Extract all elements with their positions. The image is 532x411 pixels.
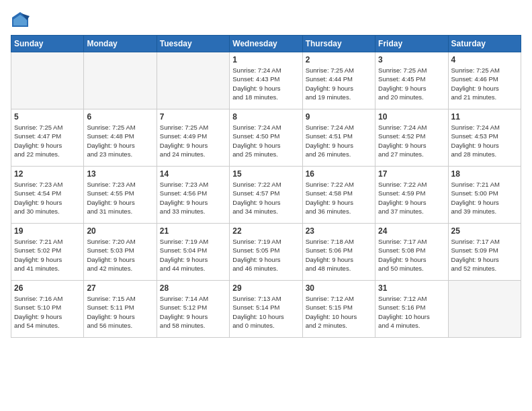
day-number: 13: [87, 169, 153, 179]
day-number: 30: [306, 283, 372, 293]
calendar-cell: 1Sunrise: 7:24 AM Sunset: 4:43 PM Daylig…: [230, 52, 302, 109]
day-number: 18: [451, 169, 518, 179]
cell-info: Sunrise: 7:24 AM Sunset: 4:51 PM Dayligh…: [306, 123, 372, 158]
calendar-cell: 5Sunrise: 7:25 AM Sunset: 4:47 PM Daylig…: [11, 109, 84, 167]
day-number: 19: [14, 226, 81, 236]
cell-info: Sunrise: 7:22 AM Sunset: 4:57 PM Dayligh…: [232, 180, 299, 216]
cell-info: Sunrise: 7:24 AM Sunset: 4:43 PM Dayligh…: [232, 66, 299, 101]
weekday-header-monday: Monday: [84, 36, 157, 52]
logo-icon: [11, 11, 30, 30]
day-number: 25: [451, 226, 518, 236]
day-number: 28: [160, 283, 226, 293]
weekday-header-sunday: Sunday: [11, 36, 84, 52]
day-number: 2: [306, 55, 372, 64]
day-number: 29: [232, 283, 299, 293]
day-number: 9: [306, 112, 372, 122]
cell-info: Sunrise: 7:25 AM Sunset: 4:49 PM Dayligh…: [160, 123, 226, 158]
calendar-cell: 30Sunrise: 7:12 AM Sunset: 5:15 PM Dayli…: [302, 281, 375, 338]
calendar-cell: [11, 52, 84, 109]
calendar-cell: 26Sunrise: 7:16 AM Sunset: 5:10 PM Dayli…: [11, 281, 84, 338]
cell-info: Sunrise: 7:12 AM Sunset: 5:15 PM Dayligh…: [306, 294, 372, 330]
cell-info: Sunrise: 7:18 AM Sunset: 5:06 PM Dayligh…: [306, 237, 372, 273]
cell-info: Sunrise: 7:16 AM Sunset: 5:10 PM Dayligh…: [14, 294, 81, 330]
day-number: 15: [232, 169, 299, 179]
weekday-header-thursday: Thursday: [302, 36, 375, 52]
cell-info: Sunrise: 7:25 AM Sunset: 4:44 PM Dayligh…: [306, 66, 372, 101]
calendar-cell: 31Sunrise: 7:12 AM Sunset: 5:16 PM Dayli…: [375, 281, 448, 338]
cell-info: Sunrise: 7:17 AM Sunset: 5:09 PM Dayligh…: [451, 237, 518, 273]
cell-info: Sunrise: 7:12 AM Sunset: 5:16 PM Dayligh…: [378, 294, 445, 330]
calendar-cell: 2Sunrise: 7:25 AM Sunset: 4:44 PM Daylig…: [302, 52, 375, 109]
calendar-cell: 10Sunrise: 7:24 AM Sunset: 4:52 PM Dayli…: [375, 109, 448, 167]
calendar-cell: 20Sunrise: 7:20 AM Sunset: 5:03 PM Dayli…: [84, 224, 157, 281]
calendar-cell: 8Sunrise: 7:24 AM Sunset: 4:50 PM Daylig…: [230, 109, 302, 167]
cell-info: Sunrise: 7:14 AM Sunset: 5:12 PM Dayligh…: [160, 294, 226, 330]
calendar-cell: 21Sunrise: 7:19 AM Sunset: 5:04 PM Dayli…: [157, 224, 229, 281]
day-number: 3: [378, 55, 445, 64]
cell-info: Sunrise: 7:23 AM Sunset: 4:55 PM Dayligh…: [87, 180, 153, 216]
cell-info: Sunrise: 7:25 AM Sunset: 4:47 PM Dayligh…: [14, 123, 81, 158]
weekday-header-saturday: Saturday: [448, 36, 521, 52]
calendar-cell: 28Sunrise: 7:14 AM Sunset: 5:12 PM Dayli…: [157, 281, 229, 338]
cell-info: Sunrise: 7:21 AM Sunset: 5:00 PM Dayligh…: [451, 180, 518, 216]
day-number: 20: [87, 226, 153, 236]
day-number: 22: [232, 226, 299, 236]
day-number: 17: [378, 169, 445, 179]
day-number: 5: [14, 112, 81, 122]
day-number: 24: [378, 226, 445, 236]
cell-info: Sunrise: 7:22 AM Sunset: 4:58 PM Dayligh…: [306, 180, 372, 216]
weekday-header-row: SundayMondayTuesdayWednesdayThursdayFrid…: [11, 36, 521, 52]
page-header: [11, 11, 521, 30]
calendar-cell: [84, 52, 157, 109]
calendar-week-row: 26Sunrise: 7:16 AM Sunset: 5:10 PM Dayli…: [11, 281, 521, 338]
calendar-cell: 23Sunrise: 7:18 AM Sunset: 5:06 PM Dayli…: [302, 224, 375, 281]
calendar-cell: 24Sunrise: 7:17 AM Sunset: 5:08 PM Dayli…: [375, 224, 448, 281]
cell-info: Sunrise: 7:24 AM Sunset: 4:50 PM Dayligh…: [232, 123, 299, 158]
cell-info: Sunrise: 7:15 AM Sunset: 5:11 PM Dayligh…: [87, 294, 153, 330]
cell-info: Sunrise: 7:25 AM Sunset: 4:48 PM Dayligh…: [87, 123, 153, 158]
calendar-cell: [448, 281, 521, 338]
calendar-cell: 18Sunrise: 7:21 AM Sunset: 5:00 PM Dayli…: [448, 167, 521, 224]
cell-info: Sunrise: 7:25 AM Sunset: 4:45 PM Dayligh…: [378, 66, 445, 101]
calendar-cell: 11Sunrise: 7:24 AM Sunset: 4:53 PM Dayli…: [448, 109, 521, 167]
day-number: 10: [378, 112, 445, 122]
calendar-week-row: 12Sunrise: 7:23 AM Sunset: 4:54 PM Dayli…: [11, 167, 521, 224]
day-number: 21: [160, 226, 226, 236]
cell-info: Sunrise: 7:24 AM Sunset: 4:52 PM Dayligh…: [378, 123, 445, 158]
day-number: 31: [378, 283, 445, 293]
cell-info: Sunrise: 7:20 AM Sunset: 5:03 PM Dayligh…: [87, 237, 153, 273]
cell-info: Sunrise: 7:19 AM Sunset: 5:05 PM Dayligh…: [232, 237, 299, 273]
calendar-cell: 9Sunrise: 7:24 AM Sunset: 4:51 PM Daylig…: [302, 109, 375, 167]
calendar-cell: 15Sunrise: 7:22 AM Sunset: 4:57 PM Dayli…: [230, 167, 302, 224]
cell-info: Sunrise: 7:13 AM Sunset: 5:14 PM Dayligh…: [232, 294, 299, 330]
cell-info: Sunrise: 7:23 AM Sunset: 4:56 PM Dayligh…: [160, 180, 226, 216]
day-number: 11: [451, 112, 518, 122]
calendar-cell: 19Sunrise: 7:21 AM Sunset: 5:02 PM Dayli…: [11, 224, 84, 281]
calendar-week-row: 19Sunrise: 7:21 AM Sunset: 5:02 PM Dayli…: [11, 224, 521, 281]
calendar-cell: 22Sunrise: 7:19 AM Sunset: 5:05 PM Dayli…: [230, 224, 302, 281]
day-number: 8: [232, 112, 299, 122]
cell-info: Sunrise: 7:24 AM Sunset: 4:53 PM Dayligh…: [451, 123, 518, 158]
calendar-cell: 16Sunrise: 7:22 AM Sunset: 4:58 PM Dayli…: [302, 167, 375, 224]
calendar-cell: 27Sunrise: 7:15 AM Sunset: 5:11 PM Dayli…: [84, 281, 157, 338]
weekday-header-wednesday: Wednesday: [230, 36, 302, 52]
calendar-week-row: 5Sunrise: 7:25 AM Sunset: 4:47 PM Daylig…: [11, 109, 521, 167]
day-number: 1: [232, 55, 299, 64]
calendar-cell: 3Sunrise: 7:25 AM Sunset: 4:45 PM Daylig…: [375, 52, 448, 109]
cell-info: Sunrise: 7:19 AM Sunset: 5:04 PM Dayligh…: [160, 237, 226, 273]
calendar-cell: [157, 52, 229, 109]
day-number: 12: [14, 169, 81, 179]
calendar-cell: 25Sunrise: 7:17 AM Sunset: 5:09 PM Dayli…: [448, 224, 521, 281]
day-number: 6: [87, 112, 153, 122]
cell-info: Sunrise: 7:25 AM Sunset: 4:46 PM Dayligh…: [451, 66, 518, 101]
cell-info: Sunrise: 7:23 AM Sunset: 4:54 PM Dayligh…: [14, 180, 81, 216]
day-number: 7: [160, 112, 226, 122]
cell-info: Sunrise: 7:17 AM Sunset: 5:08 PM Dayligh…: [378, 237, 445, 273]
calendar-cell: 12Sunrise: 7:23 AM Sunset: 4:54 PM Dayli…: [11, 167, 84, 224]
cell-info: Sunrise: 7:22 AM Sunset: 4:59 PM Dayligh…: [378, 180, 445, 216]
calendar-cell: 6Sunrise: 7:25 AM Sunset: 4:48 PM Daylig…: [84, 109, 157, 167]
calendar-table: SundayMondayTuesdayWednesdayThursdayFrid…: [11, 35, 521, 338]
calendar-cell: 4Sunrise: 7:25 AM Sunset: 4:46 PM Daylig…: [448, 52, 521, 109]
day-number: 4: [451, 55, 518, 64]
logo: [11, 11, 32, 30]
